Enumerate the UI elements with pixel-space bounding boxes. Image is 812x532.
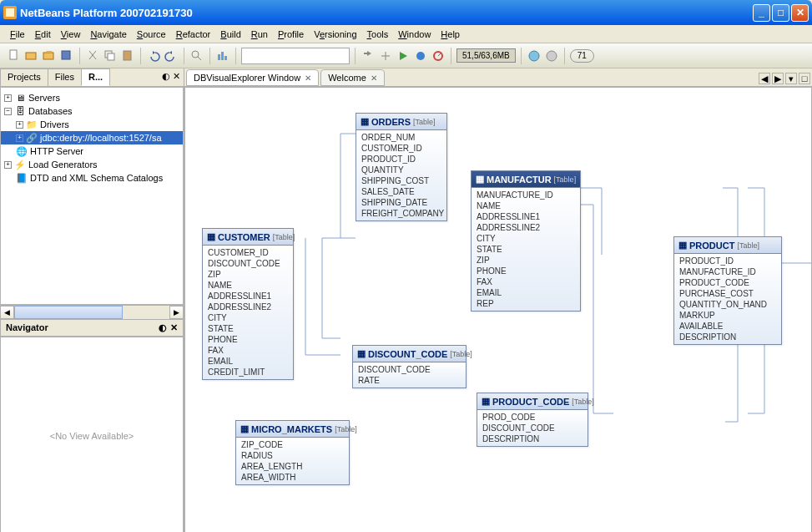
table-field[interactable]: ADDRESSLINE2 — [472, 222, 580, 233]
table-field[interactable]: FAX — [472, 276, 580, 287]
table-field[interactable]: CITY — [203, 312, 293, 323]
table-field[interactable]: ZIP — [203, 269, 293, 280]
table-field[interactable]: PROD_CODE — [477, 412, 588, 423]
table-field[interactable]: ADDRESSLINE1 — [472, 211, 580, 222]
run-icon[interactable] — [396, 48, 411, 63]
tab-dropdown-icon[interactable]: ▾ — [785, 73, 797, 84]
table-field[interactable]: MARKUP — [674, 310, 781, 321]
tab-projects[interactable]: Projects — [0, 68, 48, 86]
table-field[interactable]: ADDRESSLINE1 — [203, 291, 293, 301]
tab-files[interactable]: Files — [48, 68, 82, 86]
table-field[interactable]: DESCRIPTION — [477, 433, 588, 444]
db-visual-canvas[interactable]: ▦ORDERS [Table] ORDER_NUMCUSTOMER_IDPROD… — [184, 87, 812, 532]
table-field[interactable]: CITY — [472, 233, 580, 244]
maximize-button[interactable]: □ — [772, 4, 789, 22]
menu-run[interactable]: Run — [246, 29, 273, 39]
tab-maximize-icon[interactable]: □ — [799, 73, 810, 84]
tree-node-load-generators[interactable]: + ⚡ Load Generators — [1, 158, 183, 171]
table-field[interactable]: RADIUS — [236, 450, 349, 461]
expander-icon[interactable]: + — [16, 134, 23, 142]
table-discount-code[interactable]: ▦DISCOUNT_CODE [Table] DISCOUNT_CODERATE — [352, 345, 467, 388]
tree-node-servers[interactable]: + 🖥 Servers — [1, 91, 183, 104]
table-field[interactable]: PRODUCT_CODE — [674, 277, 781, 288]
save-all-icon[interactable] — [59, 48, 74, 63]
globe-icon[interactable] — [527, 48, 542, 63]
table-field[interactable]: STATE — [472, 244, 580, 255]
table-field[interactable]: PHONE — [472, 266, 580, 276]
table-field[interactable]: FAX — [203, 345, 293, 356]
menu-edit[interactable]: Edit — [30, 29, 56, 39]
table-customer[interactable]: ▦CUSTOMER [Table] CUSTOMER_IDDISCOUNT_CO… — [202, 228, 294, 380]
tab-dbvisualexplorer[interactable]: DBVisualExplorer Window ✕ — [186, 69, 319, 86]
menu-profile[interactable]: Profile — [273, 29, 309, 39]
table-field[interactable]: ORDER_NUM — [356, 132, 446, 143]
table-field[interactable]: PURCHASE_COST — [674, 288, 781, 299]
table-field[interactable]: EMAIL — [203, 356, 293, 367]
tree-node-drivers[interactable]: + 📁 Drivers — [1, 118, 183, 131]
table-field[interactable]: EMAIL — [472, 287, 580, 298]
table-field[interactable]: AVAILABLE — [674, 321, 781, 332]
menu-build[interactable]: Build — [215, 29, 245, 39]
undo-icon[interactable] — [146, 48, 161, 63]
table-field[interactable]: STATE — [203, 323, 293, 334]
table-field[interactable]: PHONE — [203, 334, 293, 345]
debug-icon[interactable] — [413, 48, 428, 63]
table-field[interactable]: SHIPPING_COST — [356, 175, 446, 186]
table-field[interactable]: ZIP — [472, 255, 580, 266]
table-field[interactable]: QUANTITY_ON_HAND — [674, 299, 781, 310]
close-tab-icon[interactable]: ✕ — [371, 73, 377, 83]
menu-view[interactable]: View — [56, 29, 86, 39]
expander-icon[interactable]: + — [4, 161, 12, 169]
expander-icon[interactable]: + — [16, 121, 23, 129]
expander-icon[interactable]: + — [4, 94, 12, 102]
table-field[interactable]: MANUFACTURE_ID — [674, 266, 781, 277]
tab-runtime[interactable]: R... — [81, 68, 110, 86]
table-field[interactable]: NAME — [203, 280, 293, 291]
open-project-icon[interactable] — [42, 48, 57, 63]
table-field[interactable]: RATE — [353, 375, 466, 386]
close-tab-icon[interactable]: ✕ — [305, 73, 311, 83]
table-field[interactable]: REP — [472, 298, 580, 309]
table-field[interactable]: MANUFACTURE_ID — [472, 190, 580, 200]
table-field[interactable]: CUSTOMER_ID — [203, 247, 293, 258]
table-product-code[interactable]: ▦PRODUCT_CODE [Table] PROD_CODEDISCOUNT_… — [477, 393, 588, 447]
memory-indicator[interactable]: 51,5/63,6MB — [456, 48, 516, 63]
table-field[interactable]: PRODUCT_ID — [356, 154, 446, 165]
panel-minimize-icon[interactable]: ◐ — [159, 322, 167, 333]
table-field[interactable]: QUANTITY — [356, 165, 446, 175]
paste-icon[interactable] — [120, 48, 135, 63]
table-micro-markets[interactable]: ▦MICRO_MARKETS [Table] ZIP_CODERADIUSARE… — [235, 420, 350, 485]
tree-node-databases[interactable]: − 🗄 Databases — [1, 104, 183, 118]
tree-node-dtd[interactable]: 📘 DTD and XML Schema Catalogs — [1, 171, 183, 185]
find-icon[interactable] — [189, 48, 204, 63]
profile-icon[interactable] — [431, 48, 446, 63]
menu-window[interactable]: Window — [393, 29, 436, 39]
menu-versioning[interactable]: Versioning — [309, 29, 361, 39]
menu-tools[interactable]: Tools — [362, 29, 394, 39]
menu-source[interactable]: Source — [132, 29, 171, 39]
table-field[interactable]: ADDRESSLINE2 — [203, 301, 293, 312]
table-field[interactable]: FREIGHT_COMPANY — [356, 208, 446, 219]
menu-help[interactable]: Help — [436, 29, 465, 39]
panel-minimize-icon[interactable]: ◐ — [162, 71, 170, 84]
cut-icon[interactable] — [85, 48, 100, 63]
tree-node-http-server[interactable]: 🌐 HTTP Server — [1, 144, 183, 158]
table-field[interactable]: CREDIT_LIMIT — [203, 367, 293, 377]
heap-icon[interactable] — [215, 48, 230, 63]
menu-refactor[interactable]: Refactor — [171, 29, 216, 39]
tree-node-derby-connection[interactable]: + 🔗 jdbc:derby://localhost:1527/sa — [1, 131, 183, 144]
table-field[interactable]: CUSTOMER_ID — [356, 143, 446, 154]
table-field[interactable]: DISCOUNT_CODE — [477, 423, 588, 433]
table-product[interactable]: ▦PRODUCT [Table] PRODUCT_IDMANUFACTURE_I… — [673, 236, 782, 345]
table-field[interactable]: DISCOUNT_CODE — [353, 364, 466, 375]
build-main-icon[interactable] — [361, 48, 376, 63]
copy-icon[interactable] — [103, 48, 118, 63]
tab-scroll-left-icon[interactable]: ◀ — [759, 73, 770, 84]
table-field[interactable]: AREA_LENGTH — [236, 461, 349, 472]
tree-horizontal-scrollbar[interactable]: ◀▶ — [0, 305, 184, 319]
redo-icon[interactable] — [164, 48, 179, 63]
table-field[interactable]: SHIPPING_DATE — [356, 197, 446, 208]
configuration-combo[interactable] — [241, 48, 350, 64]
table-orders[interactable]: ▦ORDERS [Table] ORDER_NUMCUSTOMER_IDPROD… — [356, 113, 447, 221]
menu-navigate[interactable]: Navigate — [85, 29, 131, 39]
